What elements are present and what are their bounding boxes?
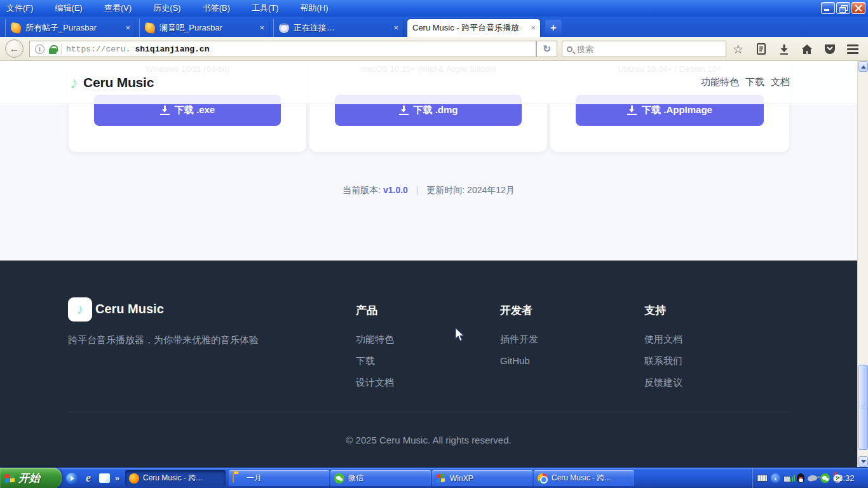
wechat-tray-icon[interactable] — [820, 473, 830, 483]
footer-link-plugin-dev[interactable]: 插件开发 — [500, 334, 538, 344]
taskbar-clock[interactable]: 23:32 — [834, 468, 855, 488]
chrome-icon — [538, 473, 548, 484]
music-note-icon: ♪ — [77, 302, 84, 316]
taskbar-item-winxp[interactable]: WinXP — [432, 470, 532, 486]
tab-connecting[interactable]: 正在连接… × — [273, 19, 403, 37]
version-row: 当前版本: v1.0.0 | 更新时间: 2024年12月 — [0, 185, 857, 196]
download-icon — [627, 105, 637, 115]
footer-link-github[interactable]: GitHub — [500, 356, 538, 366]
menu-hamburger-icon[interactable] — [844, 41, 861, 57]
footer-link-features[interactable]: 功能特色 — [356, 334, 394, 344]
start-button[interactable]: 开始 — [0, 468, 62, 488]
scrollbar-thumb[interactable] — [858, 365, 868, 450]
start-label: 开始 — [18, 471, 40, 485]
menu-bookmarks[interactable]: 书签(B) — [203, 3, 230, 14]
footer-column-title: 产品 — [356, 303, 394, 318]
purasbar-favicon — [10, 22, 22, 34]
quick-launch-overflow-icon[interactable]: » — [115, 473, 119, 483]
site-header: ♪ Ceru Music 功能特色 下载 文档 — [0, 61, 857, 104]
tab-all-posts[interactable]: 所有帖子_Purasbar × — [5, 19, 135, 37]
menu-edit[interactable]: 编辑(E) — [55, 3, 83, 14]
close-button[interactable] — [851, 2, 865, 14]
footer-column-support: 支持 使用文档 联系我们 反馈建议 — [644, 303, 682, 399]
tab-close-icon[interactable]: × — [125, 23, 130, 32]
menu-help[interactable]: 帮助(H) — [301, 3, 329, 14]
nav-download-link[interactable]: 下载 — [745, 76, 764, 88]
library-icon[interactable] — [752, 41, 770, 57]
menu-tools[interactable]: 工具(T) — [252, 3, 279, 14]
footer-link-download[interactable]: 下载 — [356, 356, 394, 366]
show-desktop-icon[interactable] — [99, 473, 110, 483]
internet-explorer-icon[interactable]: e — [83, 473, 94, 484]
hide-tray-icons-icon[interactable]: ‹ — [771, 473, 780, 483]
taskbar-item-label: 一月 — [247, 473, 262, 484]
url-bar[interactable]: i https://ceru.shiqianjiang.cn — [29, 41, 536, 57]
taskbar-item-label: 微信 — [348, 473, 363, 484]
tab-close-icon[interactable]: × — [531, 23, 536, 32]
nav-docs-link[interactable]: 文档 — [771, 76, 790, 88]
download-button-label: 下载 .AppImage — [642, 104, 712, 116]
back-arrow-icon: ← — [10, 43, 20, 55]
window-titlebar: 文件(F) 编辑(E) 查看(V) 历史(S) 书签(B) 工具(T) 帮助(H… — [0, 0, 868, 17]
browser-toolbar: ← i https://ceru.shiqianjiang.cn ↻ ☆ — [0, 37, 868, 61]
search-input[interactable] — [577, 44, 704, 54]
back-button[interactable]: ← — [5, 39, 24, 58]
firefox-icon — [129, 473, 139, 484]
footer-link-feedback[interactable]: 反馈建议 — [644, 377, 682, 388]
network-status-icon[interactable] — [783, 474, 794, 482]
folder-icon — [233, 473, 234, 483]
menu-view[interactable]: 查看(V) — [104, 3, 132, 14]
new-tab-button[interactable]: + — [545, 20, 562, 36]
bookmark-star-icon[interactable]: ☆ — [729, 41, 747, 57]
footer-link-design-docs[interactable]: 设计文档 — [356, 377, 394, 388]
menu-file[interactable]: 文件(F) — [6, 3, 34, 14]
divider — [61, 44, 62, 55]
minimize-button[interactable] — [821, 2, 835, 14]
loading-spinner-icon — [279, 23, 289, 33]
site-footer: ♪ Ceru Music 跨平台音乐播放器，为你带来优雅的音乐体验 产品 功能特… — [0, 261, 857, 467]
mouse-utility-icon[interactable] — [807, 475, 818, 482]
tab-lanyin[interactable]: 澜音吧_Purasbar × — [139, 19, 269, 37]
vertical-scrollbar[interactable] — [857, 61, 868, 467]
tab-close-icon[interactable]: × — [259, 23, 264, 32]
footer-column-title: 开发者 — [500, 303, 538, 318]
tab-strip: 所有帖子_Purasbar × 澜音吧_Purasbar × 正在连接… × C… — [0, 17, 868, 37]
media-player-icon[interactable] — [66, 473, 78, 484]
tab-close-icon[interactable]: × — [393, 23, 398, 32]
footer-link-user-docs[interactable]: 使用文档 — [644, 334, 682, 344]
keyboard-layout-icon[interactable] — [757, 475, 768, 482]
taskbar-item-chrome-ceru[interactable]: Ceru Music - 跨... — [534, 470, 634, 486]
taskbar-item-folder-january[interactable]: 一月 — [229, 470, 329, 486]
taskbar: 开始 e » Ceru Music - 跨... 一月 微信 WinXP Cer… — [0, 467, 868, 488]
wechat-icon — [334, 473, 344, 484]
taskbar-item-firefox-ceru[interactable]: Ceru Music - 跨... — [125, 470, 226, 486]
pocket-icon[interactable] — [821, 41, 838, 57]
system-tray: ‹ — [752, 468, 842, 488]
search-box[interactable] — [562, 41, 726, 57]
taskbar-item-wechat[interactable]: 微信 — [330, 470, 431, 486]
https-lock-icon[interactable] — [49, 44, 57, 54]
version-label: 当前版本: — [342, 185, 381, 195]
menu-history[interactable]: 历史(S) — [153, 3, 180, 14]
downloads-icon[interactable] — [775, 41, 792, 57]
scroll-down-button[interactable] — [858, 456, 868, 467]
qq-icon[interactable] — [797, 473, 804, 483]
tab-ceru-music-active[interactable]: Ceru Music - 跨平台音乐播放器 × — [407, 19, 540, 37]
restore-button[interactable] — [836, 2, 850, 14]
download-icon — [399, 105, 409, 115]
home-icon[interactable] — [798, 41, 815, 57]
footer-link-contact[interactable]: 联系我们 — [644, 356, 682, 366]
nav-features-link[interactable]: 功能特色 — [701, 76, 739, 88]
download-button-label: 下载 .exe — [175, 104, 215, 116]
taskbar-item-label: Ceru Music - 跨... — [552, 473, 611, 484]
site-brand[interactable]: ♪ Ceru Music — [0, 74, 154, 91]
url-scheme-text: https://ceru. — [66, 44, 130, 54]
windows-flag-icon — [5, 473, 15, 483]
reload-button[interactable]: ↻ — [536, 41, 557, 57]
footer-column-product: 产品 功能特色 下载 设计文档 — [356, 303, 394, 399]
page-info-icon[interactable]: i — [35, 44, 44, 54]
footer-divider — [68, 412, 790, 412]
version-value: v1.0.0 — [383, 185, 408, 195]
scroll-up-button[interactable] — [858, 61, 868, 72]
music-note-icon: ♪ — [70, 74, 78, 91]
